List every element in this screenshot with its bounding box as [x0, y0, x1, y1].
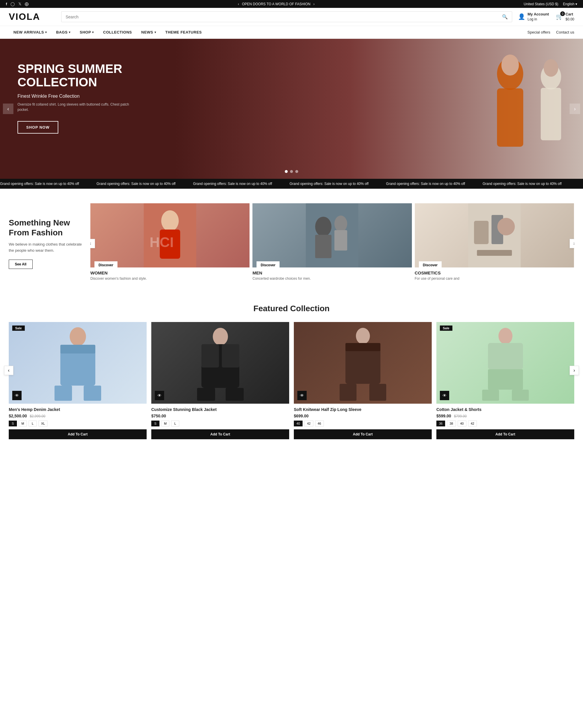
svg-point-6	[544, 59, 558, 77]
size-s-2[interactable]: S	[151, 421, 160, 426]
price-current-2: $750.00	[151, 414, 166, 418]
my-account-label[interactable]: My Account	[528, 12, 549, 17]
shop-now-button[interactable]: SHOP NOW	[18, 121, 58, 134]
products-grid: ‹ Sale 👁 Men's Hemp Denim Jacket	[9, 322, 574, 443]
hero-dot-1[interactable]	[285, 170, 288, 173]
search-bar[interactable]: 🔍	[61, 11, 512, 22]
cart-section[interactable]: 🛒 0 Cart $0.00	[556, 12, 574, 22]
men-discover-btn[interactable]: Discover	[256, 261, 280, 269]
collections-prev-arrow[interactable]: ‹	[90, 239, 95, 248]
logo[interactable]: VIOLA	[9, 11, 55, 22]
sale-badge-4: Sale	[440, 326, 452, 331]
svg-rect-28	[201, 344, 219, 367]
account-section[interactable]: 👤 My Account Log in	[518, 12, 549, 22]
size-m-2[interactable]: M	[161, 421, 169, 426]
add-to-cart-btn-4[interactable]: Add To Cart	[436, 429, 574, 439]
see-all-button[interactable]: See All	[9, 260, 33, 269]
nav-item-collections[interactable]: COLLECTIONS	[99, 26, 137, 38]
hero-next-arrow[interactable]: ›	[570, 104, 580, 114]
size-46-3[interactable]: 46	[315, 421, 324, 426]
instagram-icon[interactable]: ◯	[10, 2, 15, 6]
cosmetics-discover-btn[interactable]: Discover	[419, 261, 442, 269]
collections-next-arrow[interactable]: ›	[570, 239, 574, 248]
svg-point-26	[213, 328, 228, 345]
svg-point-35	[361, 344, 365, 348]
cart-badge: 0	[560, 11, 565, 16]
contact-us-link[interactable]: Contact us	[556, 30, 574, 34]
cosmetics-collection-desc: For use of personal care and	[415, 277, 574, 281]
hero-dot-3[interactable]	[295, 170, 298, 173]
products-prev-arrow[interactable]: ‹	[4, 366, 13, 375]
product-info-1: Men's Hemp Denim Jacket $2,500.00 $2,999…	[9, 404, 147, 443]
svg-rect-17	[474, 221, 489, 244]
svg-text:HCI: HCI	[149, 234, 174, 250]
special-offers-link[interactable]: Special offers	[527, 30, 550, 34]
product-price-1: $2,500.00 $2,999.00	[9, 414, 147, 418]
add-to-cart-btn-1[interactable]: Add To Cart	[9, 429, 147, 439]
size-38-4[interactable]: 38	[447, 421, 455, 426]
nav-item-shop[interactable]: SHOP ▾	[75, 26, 99, 38]
nav-item-bags[interactable]: BAGS ▾	[51, 26, 75, 38]
top-bar: f ◯ 𝕏 ⨁ ‹ OPEN DOORS TO A WORLD OF FASHI…	[0, 0, 583, 8]
quick-view-btn-3[interactable]: 👁	[297, 391, 307, 400]
facebook-icon[interactable]: f	[6, 2, 7, 6]
svg-point-8	[161, 210, 179, 231]
size-s-1[interactable]: S	[9, 421, 17, 426]
region-selector[interactable]: United States (USD $)	[524, 2, 558, 6]
language-selector[interactable]: English ▾	[563, 2, 577, 6]
collections-cards-wrap: ‹ HCI Discover WOMEN Discover women's fa…	[90, 203, 574, 284]
women-collection-info: WOMEN Discover women's fashion and style…	[90, 267, 250, 284]
svg-rect-5	[541, 88, 561, 140]
size-36-4[interactable]: 36	[436, 421, 445, 426]
search-icon[interactable]: 🔍	[502, 14, 508, 20]
product-card-1: Sale 👁 Men's Hemp Denim Jacket $2,500.00…	[9, 322, 147, 443]
quick-view-btn-2[interactable]: 👁	[155, 391, 164, 400]
size-40-3[interactable]: 40	[294, 421, 303, 426]
product-name-1: Men's Hemp Denim Jacket	[9, 407, 147, 412]
price-current-1: $2,500.00	[9, 414, 27, 418]
nav-item-new-arrivals[interactable]: NEW ARRIVALS ▾	[9, 26, 51, 38]
price-original-4: $799.00	[454, 414, 467, 418]
size-xl-1[interactable]: XL	[38, 421, 48, 426]
promo-text: OPEN DOORS TO A WORLD OF FASHION	[242, 2, 310, 6]
size-42-3[interactable]: 42	[304, 421, 313, 426]
cart-text: Cart $0.00	[565, 12, 574, 22]
product-info-3: Soft Knitwear Half Zip Long Sleeve $699.…	[294, 404, 432, 443]
svg-rect-31	[226, 388, 244, 401]
quick-view-btn-1[interactable]: 👁	[12, 391, 22, 400]
women-discover-btn[interactable]: Discover	[94, 261, 117, 269]
social-icons: f ◯ 𝕏 ⨁	[6, 2, 29, 6]
chevron-down-icon: ▾	[45, 31, 47, 34]
hero-description: Oversize fit collared shirt. Long sleeve…	[18, 102, 134, 112]
nav-item-theme[interactable]: THEME FEATURES	[161, 26, 206, 38]
products-next-arrow[interactable]: ›	[570, 366, 579, 375]
header: VIOLA 🔍 👤 My Account Log in 🛒 0 Cart $0.…	[0, 8, 583, 26]
account-icon: 👤	[518, 13, 525, 20]
promo-next-arrow[interactable]: ›	[313, 2, 314, 6]
log-in-link[interactable]: Log in	[528, 17, 549, 22]
quick-view-btn-4[interactable]: 👁	[440, 391, 449, 400]
size-40-4[interactable]: 40	[457, 421, 466, 426]
svg-point-19	[497, 218, 515, 235]
size-42-4[interactable]: 42	[468, 421, 477, 426]
add-to-cart-btn-3[interactable]: Add To Cart	[294, 429, 432, 439]
pinterest-icon[interactable]: ⨁	[25, 2, 29, 6]
svg-rect-2	[497, 88, 523, 147]
promo-prev-arrow[interactable]: ‹	[238, 2, 239, 6]
product-card-3: 👁 Soft Knitwear Half Zip Long Sleeve $69…	[294, 322, 432, 443]
product-img-wrap-1: Sale 👁	[9, 322, 147, 404]
product-price-3: $699.00	[294, 414, 432, 418]
hero-prev-arrow[interactable]: ‹	[3, 104, 13, 114]
size-l-1[interactable]: L	[29, 421, 37, 426]
main-nav: NEW ARRIVALS ▾ BAGS ▾ SHOP ▾ COLLECTIONS…	[0, 26, 583, 39]
size-m-1[interactable]: M	[19, 421, 27, 426]
svg-rect-11	[306, 203, 358, 267]
search-input[interactable]	[65, 15, 500, 19]
nav-item-news[interactable]: NEWS ▾	[137, 26, 161, 38]
hero-dot-2[interactable]	[290, 170, 293, 173]
size-l-2[interactable]: L	[171, 421, 179, 426]
twitter-icon[interactable]: 𝕏	[18, 2, 21, 6]
add-to-cart-btn-2[interactable]: Add To Cart	[151, 429, 289, 439]
svg-rect-29	[222, 344, 239, 367]
price-current-3: $699.00	[294, 414, 309, 418]
